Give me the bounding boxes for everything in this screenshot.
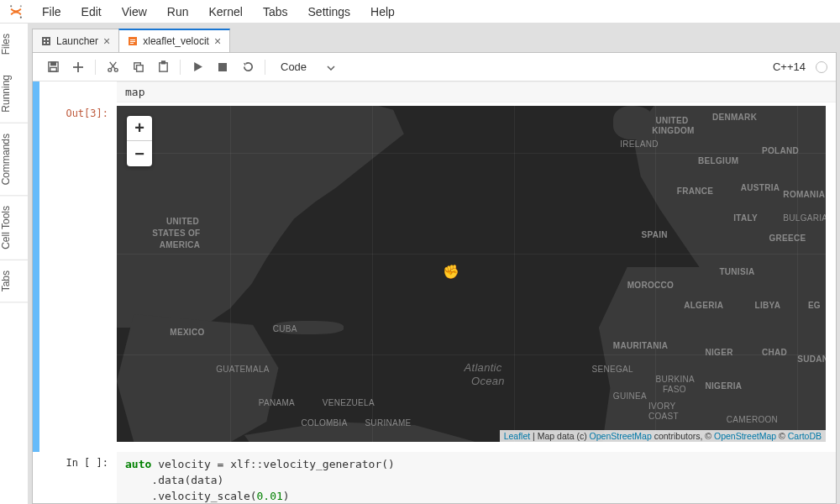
attrib-text: © xyxy=(776,431,788,441)
svg-rect-26 xyxy=(218,63,227,71)
cut-button[interactable] xyxy=(101,55,124,79)
kernel-name[interactable]: C++14 xyxy=(773,60,806,73)
leaflet-map[interactable]: UNITED STATES OF AMERICA MEXICO CUBA GUA… xyxy=(117,106,826,442)
sidetab-celltools[interactable]: Cell Tools xyxy=(0,196,28,260)
carto-link[interactable]: CartoDB xyxy=(788,431,822,441)
input-prompt: In [ ]: xyxy=(39,452,117,503)
svg-marker-25 xyxy=(194,62,202,71)
separator xyxy=(180,60,181,75)
output-prompt: Out[3]: xyxy=(39,102,117,452)
close-icon[interactable]: × xyxy=(214,34,221,48)
chevron-down-icon xyxy=(327,60,335,73)
menu-file[interactable]: File xyxy=(34,2,70,22)
svg-point-0 xyxy=(10,5,12,7)
menu-tabs[interactable]: Tabs xyxy=(255,2,297,22)
notebook-area[interactable]: map Out[3]: xyxy=(33,81,836,503)
osm-link[interactable]: OpenStreetMap xyxy=(590,431,652,441)
sidetab-files[interactable]: Files xyxy=(0,24,28,65)
sidetab-commands[interactable]: Commands xyxy=(0,123,28,196)
menu-run[interactable]: Run xyxy=(159,2,197,22)
jupyter-logo-icon xyxy=(7,3,25,21)
zoom-out-button[interactable]: − xyxy=(127,141,152,166)
svg-rect-9 xyxy=(130,39,135,40)
svg-rect-11 xyxy=(130,43,134,44)
cell-gutter xyxy=(33,81,39,452)
launcher-icon xyxy=(41,36,51,46)
stop-button[interactable] xyxy=(211,55,234,79)
menu-view[interactable]: View xyxy=(113,2,155,22)
svg-rect-5 xyxy=(47,39,49,40)
attrib-text: contributors, © xyxy=(652,431,714,441)
sidetab-running[interactable]: Running xyxy=(0,65,28,123)
code-input[interactable]: map xyxy=(117,81,836,102)
save-button[interactable] xyxy=(41,55,65,79)
svg-rect-24 xyxy=(161,61,165,64)
prompt-spacer xyxy=(39,81,117,102)
separator xyxy=(95,60,96,75)
map-output: UNITED STATES OF AMERICA MEXICO CUBA GUA… xyxy=(117,106,826,442)
notebook-toolbar: Code C++14 xyxy=(33,53,836,81)
menu-kernel[interactable]: Kernel xyxy=(200,2,250,22)
map-attribution: Leaflet | Map data (c) OpenStreetMap con… xyxy=(500,430,826,442)
tab-launcher-label: Launcher xyxy=(56,35,98,47)
osm-link[interactable]: OpenStreetMap xyxy=(714,431,776,441)
code-cell[interactable]: map Out[3]: xyxy=(33,81,836,452)
svg-point-2 xyxy=(20,16,22,18)
separator xyxy=(265,60,265,75)
svg-rect-7 xyxy=(47,42,49,44)
attrib-text: | Map data (c) xyxy=(530,431,589,441)
svg-rect-22 xyxy=(136,66,143,72)
close-icon[interactable]: × xyxy=(103,34,110,48)
paste-button[interactable] xyxy=(151,55,175,79)
code-cell[interactable]: In [ ]: auto velocity = xlf::velocity_ge… xyxy=(33,452,836,503)
menu-edit[interactable]: Edit xyxy=(73,2,110,22)
kernel-status-icon[interactable] xyxy=(816,61,827,73)
cell-type-label: Code xyxy=(281,60,307,73)
side-tabbar: Files Running Commands Cell Tools Tabs xyxy=(0,24,29,504)
svg-rect-13 xyxy=(50,62,55,66)
document-tabbar: Launcher × xleaflet_velocit × xyxy=(32,27,837,52)
restart-button[interactable] xyxy=(236,55,260,79)
menu-bar: File Edit View Run Kernel Tabs Settings … xyxy=(0,0,840,24)
svg-rect-14 xyxy=(50,67,56,71)
zoom-in-button[interactable]: + xyxy=(127,116,152,141)
sidetab-tabs[interactable]: Tabs xyxy=(0,260,28,302)
leaflet-link[interactable]: Leaflet xyxy=(504,431,531,441)
add-cell-button[interactable] xyxy=(66,55,90,79)
svg-rect-6 xyxy=(44,42,45,44)
svg-rect-10 xyxy=(130,41,135,42)
run-button[interactable] xyxy=(186,55,209,79)
menu-help[interactable]: Help xyxy=(362,2,403,22)
tab-notebook[interactable]: xleaflet_velocit × xyxy=(118,29,230,52)
cell-type-select[interactable]: Code xyxy=(270,57,342,77)
copy-button[interactable] xyxy=(126,55,150,79)
svg-point-1 xyxy=(20,5,22,7)
zoom-control: + − xyxy=(127,116,152,166)
code-input[interactable]: auto velocity = xlf::velocity_generator(… xyxy=(117,452,836,503)
tab-launcher[interactable]: Launcher × xyxy=(32,29,119,52)
menu-settings[interactable]: Settings xyxy=(300,2,360,22)
svg-rect-3 xyxy=(42,37,50,45)
svg-rect-4 xyxy=(44,39,45,40)
notebook-icon xyxy=(128,36,138,46)
tab-notebook-label: xleaflet_velocit xyxy=(143,35,209,47)
